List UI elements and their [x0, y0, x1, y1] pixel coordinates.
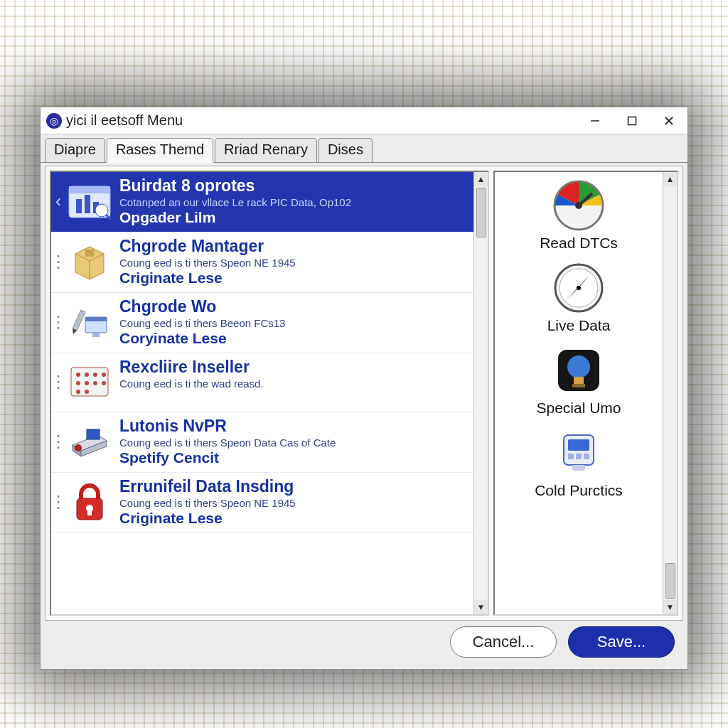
svg-point-46	[567, 355, 590, 378]
svg-point-25	[85, 381, 89, 385]
list-item-title: Errunifeil Data Insding	[119, 477, 296, 496]
list-item[interactable]: ⋮ Lutonis NvPR Coung eed is ti thers Spe…	[51, 412, 473, 473]
side-item-live-data[interactable]: Live Data	[495, 257, 663, 340]
svg-rect-52	[576, 454, 582, 459]
svg-rect-53	[584, 454, 589, 459]
svg-rect-48	[572, 384, 585, 387]
svg-point-34	[75, 444, 82, 451]
list-item-title: Buirdat 8 oprotes	[119, 176, 351, 196]
tab-rases-themd[interactable]: Rases Themd	[107, 138, 213, 162]
drag-handle-icon[interactable]: ⋮	[53, 356, 64, 407]
main-pane: ‹ Buirdat 8 oprotes Cotanped an our vlla…	[50, 171, 489, 616]
svg-point-27	[102, 381, 106, 385]
scroll-thumb[interactable]	[665, 563, 675, 599]
scroll-down-icon[interactable]: ▼	[663, 600, 677, 614]
svg-rect-16	[92, 333, 100, 337]
svg-rect-1	[628, 117, 636, 124]
side-scrollbar[interactable]: ▲ ▼	[663, 172, 677, 614]
drag-handle-icon[interactable]: ⋮	[53, 415, 64, 468]
drag-handle-icon[interactable]: ⋮	[53, 296, 64, 348]
module-grid-icon	[64, 356, 115, 407]
box-icon	[64, 235, 115, 287]
svg-rect-51	[568, 454, 574, 459]
list-item[interactable]: ⋮ Chgrode Mantager Coung eed is ti thers…	[51, 232, 473, 293]
client-area: ‹ Buirdat 8 oprotes Cotanped an our vlla…	[45, 166, 683, 621]
list-item-action: Spetify Cencit	[119, 449, 336, 466]
app-icon: ◎	[46, 113, 62, 129]
list-item-subtitle: Coung eed is ti thers Speon Data Cas of …	[119, 437, 336, 449]
list-item[interactable]: ⋮ Errunifeil Data Insding Coung eed is t…	[51, 473, 473, 533]
close-button[interactable]	[651, 107, 687, 134]
side-item-label: Live Data	[498, 317, 660, 334]
lock-icon	[64, 476, 115, 527]
side-item-label: Special Umo	[498, 400, 660, 417]
scroll-thumb[interactable]	[476, 188, 486, 237]
side-list: Read DTCs Live Data Special Umo	[495, 172, 663, 505]
svg-rect-33	[87, 429, 100, 439]
side-item-cold-purctics[interactable]: Cold Purctics	[495, 422, 663, 505]
svg-point-24	[76, 381, 80, 385]
list-item[interactable]: ⋮ Chgrode Wo Coung eed is ti thers Beeon…	[51, 293, 473, 353]
list-item-action: Coryinate Lese	[119, 330, 285, 347]
scroll-down-icon[interactable]: ▼	[474, 600, 488, 614]
side-item-read-dtcs[interactable]: Read DTCs	[495, 175, 663, 257]
main-scrollbar[interactable]: ▲ ▼	[473, 172, 488, 614]
svg-rect-50	[568, 439, 589, 451]
svg-point-21	[85, 373, 89, 377]
svg-rect-13	[85, 250, 94, 257]
svg-point-22	[93, 373, 97, 377]
list-item-action: Criginate Lese	[119, 510, 296, 527]
device-icon	[551, 425, 606, 481]
svg-point-23	[102, 373, 106, 377]
list-item-title: Chgrode Wo	[119, 297, 285, 316]
list-item[interactable]: ⋮ Rexcliire Inseller Coung eed is ti the…	[51, 353, 473, 412]
drag-handle-icon[interactable]: ⋮	[53, 235, 64, 288]
tab-dises[interactable]: Dises	[318, 138, 373, 162]
svg-rect-37	[87, 508, 92, 515]
scroll-up-icon[interactable]: ▲	[663, 172, 677, 186]
pen-monitor-icon	[64, 296, 115, 347]
list-item-title: Rexcliire Inseller	[119, 358, 264, 377]
side-item-label: Read DTCs	[498, 235, 660, 252]
folder-chart-icon	[64, 175, 115, 226]
compass-icon	[551, 260, 606, 316]
svg-rect-6	[76, 199, 82, 213]
save-button[interactable]: Save...	[568, 626, 675, 658]
svg-rect-5	[69, 186, 110, 193]
scroll-up-icon[interactable]: ▲	[474, 172, 488, 186]
window-title: yici il eetsoff Menu	[66, 112, 577, 129]
svg-point-20	[76, 373, 80, 377]
maximize-button[interactable]	[614, 107, 651, 134]
cancel-button[interactable]: Cancel...	[450, 626, 557, 658]
svg-rect-47	[574, 377, 584, 384]
list-item-subtitle: Cotanped an our vllace Le rack PIC Data,…	[119, 196, 351, 208]
list-item-subtitle: Coung eed is ti thers Beeon FCs13	[119, 317, 285, 329]
drag-handle-icon[interactable]: ⋮	[53, 476, 64, 528]
main-list: ‹ Buirdat 8 oprotes Cotanped an our vlla…	[51, 172, 473, 533]
scanner-icon	[64, 415, 115, 466]
svg-point-28	[76, 390, 80, 394]
list-item-title: Chgrode Mantager	[119, 237, 296, 256]
footer: Cancel... Save...	[450, 626, 675, 658]
svg-rect-15	[85, 317, 107, 321]
list-item-subtitle: Coung eed is ti thers Speon NE 1945	[119, 257, 296, 269]
list-item-subtitle: Coung eed is ti the wad reasd.	[119, 378, 264, 390]
side-pane: Read DTCs Live Data Special Umo	[493, 171, 678, 616]
tab-rriad-renary[interactable]: Rriad Renary	[215, 138, 317, 162]
list-item[interactable]: ‹ Buirdat 8 oprotes Cotanped an our vlla…	[51, 172, 473, 232]
side-item-special-umo[interactable]: Special Umo	[495, 340, 663, 422]
side-item-label: Cold Purctics	[498, 482, 660, 499]
svg-marker-17	[73, 310, 85, 331]
svg-rect-7	[85, 195, 90, 213]
svg-point-29	[85, 390, 89, 394]
list-item-title: Lutonis NvPR	[119, 417, 336, 436]
app-window: ◎ yici il eetsoff Menu Diapre Rases Them…	[40, 107, 688, 670]
back-chevron-icon[interactable]: ‹	[53, 175, 64, 228]
titlebar: ◎ yici il eetsoff Menu	[41, 107, 687, 134]
list-item-action: Opgader Lilm	[119, 209, 351, 226]
minimize-button[interactable]	[577, 107, 614, 134]
bulb-icon	[551, 343, 606, 398]
tab-diapre[interactable]: Diapre	[45, 138, 105, 162]
svg-point-44	[577, 286, 581, 290]
svg-rect-54	[572, 465, 585, 471]
